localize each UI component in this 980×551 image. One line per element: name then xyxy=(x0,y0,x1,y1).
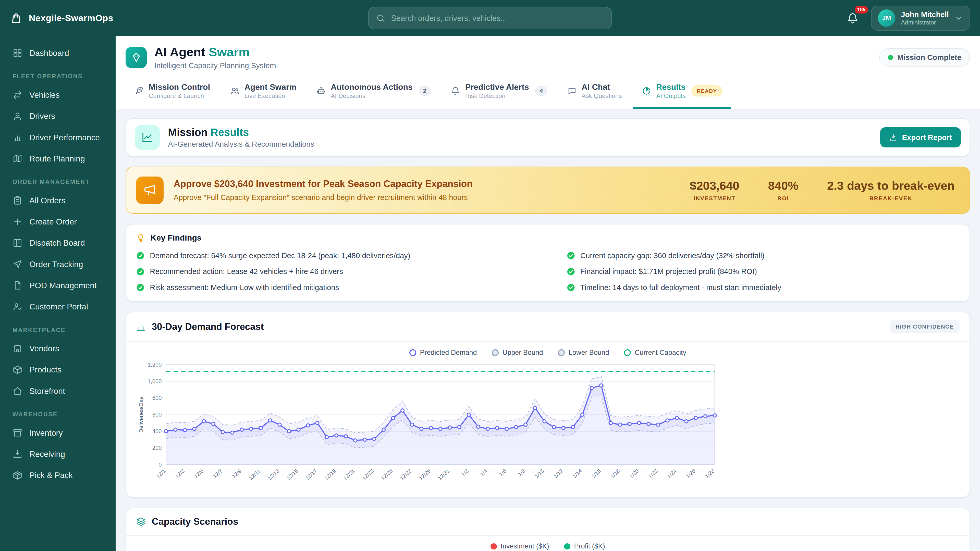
sidebar-item-vendors[interactable]: Vendors xyxy=(6,338,109,359)
svg-text:1/24: 1/24 xyxy=(666,468,678,479)
sidebar-item-drivers[interactable]: Drivers xyxy=(6,106,109,127)
legend-swatch xyxy=(624,349,631,356)
sidebar-item-label: Receiving xyxy=(29,449,65,459)
notifications-button[interactable]: 185 xyxy=(844,10,861,27)
tabs: Mission ControlConfigure & LaunchAgent S… xyxy=(126,76,970,109)
scenarios-legend: Investment ($K)Profit ($K) xyxy=(136,542,959,550)
brand[interactable]: Nexgile-SwarmOps xyxy=(10,12,116,24)
sidebar-item-label: Drivers xyxy=(29,111,55,121)
sidebar-item-products[interactable]: Products xyxy=(6,359,109,380)
user-menu[interactable]: JM John Mitchell Administrator xyxy=(871,6,970,30)
svg-text:12/29: 12/29 xyxy=(418,468,432,481)
search-input[interactable] xyxy=(391,14,604,23)
sidebar-item-all-orders[interactable]: All Orders xyxy=(6,190,109,211)
tab-predictive-alerts[interactable]: Predictive AlertsRisk Detection4 xyxy=(442,76,556,109)
finding-item: Financial impact: $1.71M projected profi… xyxy=(566,267,959,276)
search-icon-wrap xyxy=(376,14,386,23)
sidebar-item-label: Products xyxy=(29,365,62,375)
grid-icon xyxy=(13,48,22,58)
scenarios-title: Capacity Scenarios xyxy=(152,516,239,527)
scenarios-card: Capacity Scenarios Investment ($K)Profit… xyxy=(126,508,970,551)
tab-subtitle: Configure & Launch xyxy=(149,92,204,100)
tab-agent-swarm[interactable]: Agent SwarmLive Execution xyxy=(221,76,305,109)
svg-text:12/27: 12/27 xyxy=(399,468,413,481)
scenarios-body: Investment ($K)Profit ($K) 2,000 xyxy=(126,536,969,551)
notification-badge: 185 xyxy=(855,6,868,13)
sidebar-item-label: All Orders xyxy=(29,196,65,205)
gem-icon xyxy=(130,52,142,63)
bars-icon xyxy=(13,132,22,142)
svg-text:12/1: 12/1 xyxy=(155,468,167,479)
legend-item: Profit ($K) xyxy=(564,542,605,550)
legend-item: Lower Bound xyxy=(558,349,609,357)
sidebar-section-order-management: ORDER MANAGEMENT xyxy=(13,179,103,186)
svg-text:1,200: 1,200 xyxy=(148,362,162,368)
tab-title: Autonomous Actions xyxy=(331,83,413,92)
bag-icon xyxy=(10,12,22,24)
sidebar-item-driver-performance[interactable]: Driver Performance xyxy=(6,127,109,148)
recommendation-banner: Approve $203,640 Investment for Peak Sea… xyxy=(126,167,970,214)
sidebar-item-customer-portal[interactable]: Customer Portal xyxy=(6,296,109,318)
tab-autonomous-actions[interactable]: Autonomous ActionsAI Decisions2 xyxy=(307,76,439,109)
checksolid-icon xyxy=(136,251,145,260)
svg-text:1/28: 1/28 xyxy=(704,468,715,479)
bell-icon-wrap xyxy=(847,12,859,24)
legend-dot xyxy=(564,543,570,549)
app-title: Nexgile-SwarmOps xyxy=(29,13,113,24)
svg-text:600: 600 xyxy=(152,411,162,418)
sidebar-item-label: Storefront xyxy=(29,386,65,396)
main: AI Agent Swarm Intelligent Capacity Plan… xyxy=(116,36,980,551)
sidebar-item-pick-pack[interactable]: Pick & Pack xyxy=(6,465,109,486)
page-title: AI Agent Swarm xyxy=(154,45,276,59)
pointer-icon xyxy=(13,259,22,269)
sidebar-item-vehicles[interactable]: Vehicles xyxy=(6,84,109,106)
brand-logo-wrap xyxy=(10,12,22,24)
sidebar-nav: DashboardFLEET OPERATIONSVehiclesDrivers… xyxy=(6,43,109,486)
sidebar-item-pod-management[interactable]: POD Management xyxy=(6,275,109,296)
sidebar-item-dispatch-board[interactable]: Dispatch Board xyxy=(6,232,109,254)
global-search[interactable] xyxy=(368,7,612,29)
results-icon xyxy=(135,125,160,150)
results-header-card: Mission Results AI-Generated Analysis & … xyxy=(126,118,970,157)
tab-results[interactable]: ResultsAI OutputsREADY xyxy=(633,76,731,109)
avatar: JM xyxy=(878,10,896,27)
svg-text:400: 400 xyxy=(152,428,162,434)
sidebar-item-storefront[interactable]: Storefront xyxy=(6,380,109,402)
sidebar-item-create-order[interactable]: Create Order xyxy=(6,211,109,232)
tab-badge: 4 xyxy=(535,86,547,96)
tab-subtitle: Live Execution xyxy=(245,92,285,100)
svg-text:1/12: 1/12 xyxy=(552,468,564,479)
legend-dot xyxy=(490,543,496,549)
bar-chart-icon-wrap xyxy=(136,322,146,332)
sidebar-item-label: Pick & Pack xyxy=(29,470,73,480)
sidebar-item-receiving[interactable]: Receiving xyxy=(6,444,109,465)
stat-breakeven: 2.3 days to break-even BREAK-EVEN xyxy=(827,179,955,202)
svg-text:1/14: 1/14 xyxy=(571,468,583,479)
sidebar-item-inventory[interactable]: Inventory xyxy=(6,422,109,443)
mission-status-badge: Mission Complete xyxy=(879,48,970,67)
finding-item: Risk assessment: Medium-Low with identif… xyxy=(136,283,529,292)
svg-text:12/19: 12/19 xyxy=(323,468,337,481)
sidebar: DashboardFLEET OPERATIONSVehiclesDrivers… xyxy=(0,36,116,551)
svg-text:1/20: 1/20 xyxy=(628,468,640,479)
legend-item: Upper Bound xyxy=(492,349,543,357)
megaphone-icon-wrap xyxy=(143,183,157,197)
megaphone-icon xyxy=(143,183,157,197)
tab-mission-control[interactable]: Mission ControlConfigure & Launch xyxy=(126,76,219,109)
tab-ai-chat[interactable]: AI ChatAsk Questions xyxy=(558,76,631,109)
svg-text:1/22: 1/22 xyxy=(647,468,659,479)
export-report-button[interactable]: Export Report xyxy=(880,127,961,147)
forecast-body: Predicted DemandUpper BoundLower BoundCu… xyxy=(126,342,969,497)
archive-icon xyxy=(13,428,22,438)
swap-icon xyxy=(13,90,22,100)
sidebar-item-route-planning[interactable]: Route Planning xyxy=(6,148,109,169)
download-icon-wrap xyxy=(889,133,897,141)
user-icon xyxy=(13,111,22,121)
sidebar-item-order-tracking[interactable]: Order Tracking xyxy=(6,254,109,275)
sidebar-item-dashboard[interactable]: Dashboard xyxy=(6,43,109,64)
tab-title: AI Chat xyxy=(582,83,610,92)
scenarios-header: Capacity Scenarios xyxy=(126,508,969,536)
svg-text:12/17: 12/17 xyxy=(304,468,318,481)
layers-icon xyxy=(136,516,146,527)
recommendation-subtitle: Approve "Full Capacity Expansion" scenar… xyxy=(173,193,473,202)
